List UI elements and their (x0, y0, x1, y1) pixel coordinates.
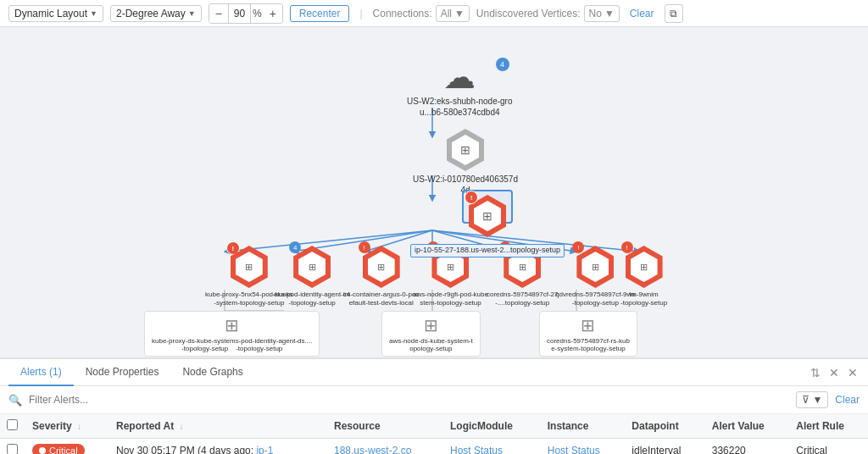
row-checkbox[interactable] (7, 444, 18, 454)
search-icon: 🔍 (8, 394, 22, 407)
connections-label: Connections: (373, 8, 432, 19)
separator: | (359, 8, 362, 19)
undiscovered-value: No (589, 8, 602, 19)
toolbar: Dynamic Layout ▼ 2-Degree Away ▼ − 90 % … (0, 0, 868, 27)
row-alert-rule-cell: Critical (789, 439, 868, 455)
undiscovered-group: Undiscovered Vertices: No ▼ (476, 5, 620, 22)
col-checkbox (0, 414, 25, 439)
connections-group: Connections: All ▼ (373, 5, 470, 22)
tab-node-graphs[interactable]: Node Graphs (170, 359, 254, 386)
hex-node-label-7: lm-9wnim-topology-setup (620, 291, 667, 308)
row-datapoint-cell: idleInterval (625, 439, 704, 455)
row-checkbox-cell (0, 439, 25, 455)
undiscovered-label: Undiscovered Vertices: (476, 8, 581, 19)
hex-node-7[interactable]: ! ⊞ lm-9wnim-topology-setup (620, 246, 667, 308)
row-reported-cell: Nov 30 05:17 PM (4 days ago: ip-1 (109, 439, 327, 455)
row-severity-cell: Critical (25, 439, 109, 455)
hex-node-label-4: aws-node-r9gfi-pod-kubestem-topology-set… (413, 291, 488, 308)
layout-label: Dynamic Layout (14, 8, 87, 19)
logicmodule-link[interactable]: Host Status (450, 445, 503, 454)
expand-icon: ⧉ (670, 8, 677, 19)
ds-box-content-3: ⊞ coredns-59754897cf-rs-kube-system-topo… (539, 311, 637, 357)
row-instance-cell: Host Status (541, 439, 626, 455)
degree-label: 2-Degree Away (116, 8, 186, 19)
cloud-node-label: US-W2:eks-shubh-node-grou...b6-580e374cd… (407, 96, 513, 118)
zoom-group: − 90 % + (209, 3, 283, 24)
tab-bar: Alerts (1) Node Properties Node Graphs ⇅… (0, 359, 868, 386)
ds-box-content-1: ⊞ kube-proxy-ds-kube-systems-pod-identit… (144, 311, 320, 357)
col-logicmodule: LogicModule (443, 414, 541, 439)
zoom-pct: % (251, 8, 264, 19)
tab-node-props[interactable]: Node Properties (74, 359, 171, 386)
filter-input[interactable] (29, 394, 789, 406)
degree-select[interactable]: 2-Degree Away ▼ (110, 5, 202, 22)
hex-6: ! ⊞ (576, 246, 614, 288)
table-header: Severity ↓ Reported At ↓ Resource LogicM… (0, 414, 868, 439)
zoom-minus-button[interactable]: − (209, 4, 228, 23)
row-logicmodule-cell: Host Status (443, 439, 541, 455)
tab-actions: ⇅ ✕ ✕ (809, 364, 860, 381)
undiscovered-arrow-icon: ▼ (604, 8, 615, 19)
col-alert-rule: Alert Rule (789, 414, 868, 439)
select-all-checkbox[interactable] (7, 419, 18, 430)
severity-label: Critical (49, 446, 78, 454)
col-reported-at: Reported At ↓ (109, 414, 327, 439)
severity-dot (39, 447, 46, 454)
ds-box-1[interactable]: ⊞ kube-proxy-ds-kube-systems-pod-identit… (144, 311, 320, 357)
server-hex: ⊞ (447, 129, 484, 171)
zoom-plus-button[interactable]: + (264, 4, 282, 23)
pin-panel-button[interactable]: ✕ (827, 364, 841, 381)
reported-at-text: Nov 30 05:17 PM (4 days ago: (116, 445, 253, 454)
expand-button[interactable]: ⧉ (665, 4, 683, 23)
col-severity: Severity ↓ (25, 414, 109, 439)
severity-sort-icon: ↓ (77, 422, 81, 431)
filter-arrow-icon: ▼ (812, 394, 822, 406)
hex-node-label-3: lm-container-argus-0-pocefault-test-devt… (343, 291, 419, 308)
connections-arrow-icon: ▼ (454, 8, 465, 19)
hex-node-3[interactable]: ! ⊞ lm-container-argus-0-pocefault-test-… (343, 246, 419, 308)
clear-button[interactable]: Clear (626, 8, 658, 19)
table-row: Critical Nov 30 05:17 PM (4 days ago: ip… (0, 439, 868, 455)
zoom-value: 90 (228, 4, 251, 23)
recenter-button[interactable]: Recenter (290, 5, 350, 22)
ds-box-content-2: ⊞ aws-node-ds-kube-system-topology-setup (381, 311, 481, 357)
hex-2: 4 ⊞ (293, 246, 331, 288)
filter-clear-button[interactable]: Clear (835, 394, 860, 406)
connections-select[interactable]: All ▼ (436, 5, 470, 22)
center-node-label: ip-10-55-27-188.us-west-2...topology-set… (410, 244, 565, 257)
layout-select[interactable]: Dynamic Layout ▼ (8, 5, 103, 22)
cloud-node[interactable]: ☁ 4 US-W2:eks-shubh-node-grou...b6-580e3… (407, 61, 513, 118)
alerts-table: Severity ↓ Reported At ↓ Resource LogicM… (0, 414, 868, 454)
hex-3: ! ⊞ (363, 246, 400, 288)
degree-arrow-icon: ▼ (188, 9, 196, 18)
col-alert-value: Alert Value (705, 414, 790, 439)
hex-node-2[interactable]: 4 ⊞ eks-pod-identity-agent-c4-topology-s… (274, 246, 350, 308)
center-badge: ! (465, 191, 478, 204)
server-node[interactable]: ⊞ US-W2:i-010780ed406357d4d (413, 129, 518, 196)
ds-box-2[interactable]: ⊞ aws-node-ds-kube-system-topology-setup (381, 311, 481, 357)
undiscovered-select[interactable]: No ▼ (584, 5, 620, 22)
ds-icon-2: ⊞ (389, 315, 473, 335)
tab-alerts[interactable]: Alerts (1) (8, 359, 74, 386)
graph-area: ☁ 4 US-W2:eks-shubh-node-grou...b6-580e3… (0, 27, 868, 357)
filter-button[interactable]: ⊽ ▼ (796, 391, 828, 408)
row-resource-cell: 188.us-west-2.co (327, 439, 443, 455)
filter-icon: ⊽ (802, 394, 810, 406)
severity-badge: Critical (32, 444, 85, 454)
instance-link[interactable]: Host Status (548, 445, 600, 454)
col-resource: Resource (327, 414, 443, 439)
center-node[interactable]: ⊞ ! ip-10-55-27-188.us-west-2...topology… (410, 195, 565, 257)
ds-icon-3: ⊞ (547, 315, 630, 335)
filter-row: 🔍 ⊽ ▼ Clear (0, 386, 868, 414)
table-body: Critical Nov 30 05:17 PM (4 days ago: ip… (0, 439, 868, 455)
collapse-panel-button[interactable]: ⇅ (809, 364, 822, 381)
resource-link[interactable]: 188.us-west-2.co (334, 445, 411, 454)
hex-node-label-2: eks-pod-identity-agent-c4-topology-setup (274, 291, 350, 308)
ds-box-3[interactable]: ⊞ coredns-59754897cf-rs-kube-system-topo… (539, 311, 637, 357)
hex-node-label-5: coredns-59754897cf-27-....topology-setup (487, 291, 559, 308)
close-panel-button[interactable]: ✕ (846, 364, 860, 381)
hex-1: ! ⊞ (231, 246, 268, 288)
center-hex: ⊞ ! (469, 195, 506, 237)
reported-at-link[interactable]: ip-1 (256, 445, 273, 454)
bottom-panel: Alerts (1) Node Properties Node Graphs ⇅… (0, 357, 868, 454)
